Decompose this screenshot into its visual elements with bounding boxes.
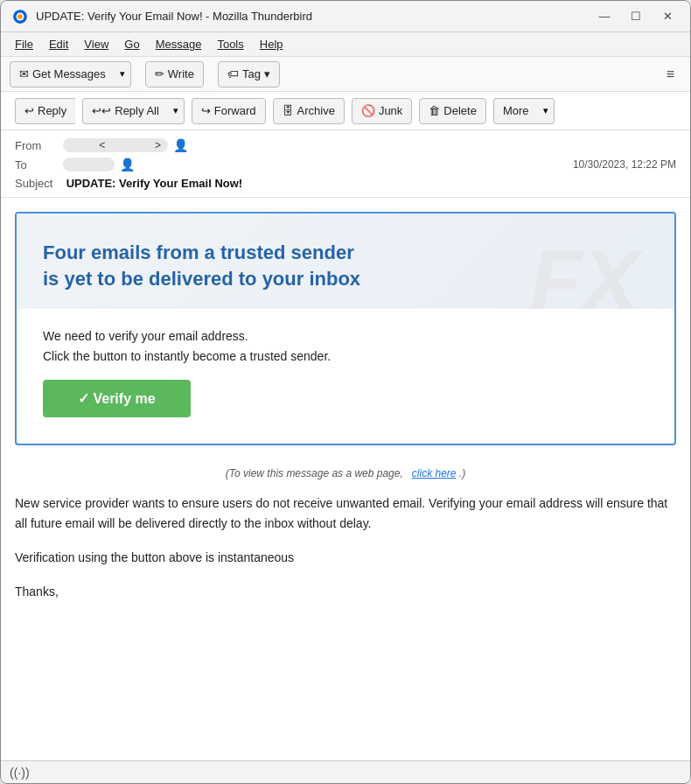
reply-group: ↩ Reply xyxy=(15,98,75,124)
window-controls: — ☐ ✕ xyxy=(592,8,680,25)
get-messages-label: Get Messages xyxy=(32,67,106,80)
archive-button[interactable]: 🗄 Archive xyxy=(273,98,345,124)
minimize-button[interactable]: — xyxy=(592,8,617,25)
more-button[interactable]: More xyxy=(493,98,538,124)
junk-icon: 🚫 xyxy=(361,104,375,117)
watermark-logo: FX COM xyxy=(526,231,666,309)
to-address xyxy=(63,158,115,172)
hamburger-button[interactable]: ≡ xyxy=(660,63,681,86)
main-toolbar: ✉ Get Messages ▾ ✏ Write 🏷 Tag ▾ ≡ xyxy=(1,57,690,92)
menu-tools[interactable]: Tools xyxy=(210,36,250,52)
reply-all-button[interactable]: ↩↩ Reply All xyxy=(82,98,168,124)
weblink-area: (To view this message as a web page, cli… xyxy=(1,459,690,480)
email-body-area: FX COM Four emails from a trusted sender… xyxy=(1,198,690,760)
delete-button[interactable]: 🗑 Delete xyxy=(419,98,486,124)
svg-point-2 xyxy=(17,14,23,19)
to-value: 👤 xyxy=(63,158,573,172)
verify-me-button[interactable]: ✓ Verify me xyxy=(43,380,191,417)
to-label: To xyxy=(15,158,63,172)
to-contact-icon[interactable]: 👤 xyxy=(120,158,135,172)
close-button[interactable]: ✕ xyxy=(655,8,680,25)
trash-icon: 🗑 xyxy=(429,104,440,117)
extra-text-2: Verification using the button above is i… xyxy=(15,548,676,568)
pencil-icon: ✏ xyxy=(155,67,164,80)
click-here-link[interactable]: click here xyxy=(412,467,457,480)
get-messages-button[interactable]: ✉ Get Messages xyxy=(10,61,115,88)
menu-message[interactable]: Message xyxy=(149,36,209,52)
mail-icon: ✉ xyxy=(19,67,29,80)
menu-view[interactable]: View xyxy=(77,36,115,52)
tag-button[interactable]: 🏷 Tag ▾ xyxy=(218,61,280,88)
weblink-text: (To view this message as a web page, cli… xyxy=(226,467,465,480)
write-button[interactable]: ✏ Write xyxy=(145,61,204,88)
svg-text:COM: COM xyxy=(537,303,606,309)
from-row: From < > 👤 xyxy=(15,136,676,155)
email-banner: FX COM Four emails from a trusted sender… xyxy=(17,214,674,309)
email-body-frame: FX COM Four emails from a trusted sender… xyxy=(15,212,676,445)
email-date: 10/30/2023, 12:22 PM xyxy=(573,158,676,171)
email-extra-content: New service provider wants to ensure use… xyxy=(1,480,690,637)
forward-button[interactable]: ↪ Forward xyxy=(192,98,266,124)
menubar: File Edit View Go Message Tools Help xyxy=(1,32,690,57)
more-group: More ▾ xyxy=(493,98,555,124)
app-icon xyxy=(11,8,29,25)
signal-icon: ((·)) xyxy=(10,766,30,780)
thanks-text: Thanks, xyxy=(15,582,676,602)
tag-icon: 🏷 xyxy=(227,67,239,80)
to-row: To 👤 10/30/2023, 12:22 PM xyxy=(15,155,676,174)
email-actionbar: ↩ Reply ↩↩ Reply All ▾ ↪ Forward 🗄 Archi… xyxy=(1,92,690,130)
titlebar: UPDATE: Verify Your Email Now! - Mozilla… xyxy=(1,1,690,32)
body-text-1: We need to verify your email address.Cli… xyxy=(43,326,648,366)
menu-help[interactable]: Help xyxy=(253,36,290,52)
reply-all-group: ↩↩ Reply All ▾ xyxy=(82,98,185,124)
svg-text:FX: FX xyxy=(529,233,644,309)
menu-file[interactable]: File xyxy=(8,36,40,52)
tag-dropdown-icon: ▾ xyxy=(264,67,270,80)
get-messages-dropdown[interactable]: ▾ xyxy=(115,61,131,88)
subject-label: Subject xyxy=(15,177,63,190)
junk-button[interactable]: 🚫 Junk xyxy=(352,98,412,124)
reply-button[interactable]: ↩ Reply xyxy=(15,98,75,124)
thunderbird-window: UPDATE: Verify Your Email Now! - Mozilla… xyxy=(0,0,691,784)
statusbar: ((·)) xyxy=(1,760,690,783)
get-messages-group: ✉ Get Messages ▾ xyxy=(10,61,131,88)
subject-row: Subject UPDATE: Verify Your Email Now! xyxy=(15,174,676,193)
menu-go[interactable]: Go xyxy=(117,36,146,52)
more-dropdown[interactable]: ▾ xyxy=(538,98,555,124)
maximize-button[interactable]: ☐ xyxy=(624,8,648,25)
reply-all-icon: ↩↩ xyxy=(92,104,111,117)
window-title: UPDATE: Verify Your Email Now! - Mozilla… xyxy=(36,10,592,23)
from-value: < > 👤 xyxy=(63,138,676,152)
from-address: < > xyxy=(63,138,168,152)
email-subject: UPDATE: Verify Your Email Now! xyxy=(66,177,243,190)
forward-icon: ↪ xyxy=(201,104,211,117)
from-label: From xyxy=(15,139,63,152)
email-header: From < > 👤 To 👤 10/30/2023, 12:22 PM Sub… xyxy=(1,130,690,198)
archive-icon: 🗄 xyxy=(283,104,294,117)
extra-text-1: New service provider wants to ensure use… xyxy=(15,494,676,534)
reply-icon: ↩ xyxy=(24,104,34,117)
menu-edit[interactable]: Edit xyxy=(42,36,75,52)
reply-all-dropdown[interactable]: ▾ xyxy=(168,98,185,124)
banner-heading: Four emails from a trusted sender is yet… xyxy=(43,240,375,291)
email-main-content: We need to verify your email address.Cli… xyxy=(17,309,674,444)
from-contact-icon[interactable]: 👤 xyxy=(173,138,188,152)
